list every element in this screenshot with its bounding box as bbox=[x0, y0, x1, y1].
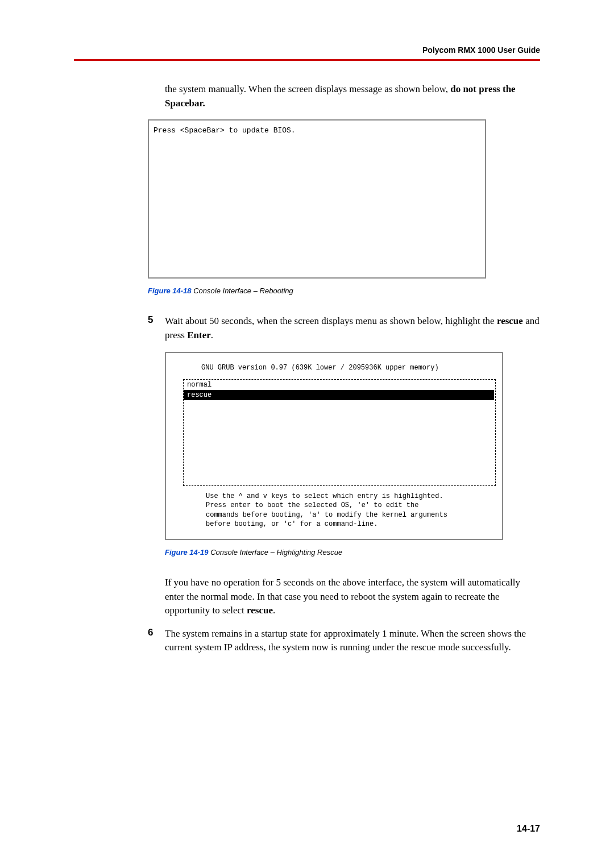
console-screenshot-2: GNU GRUB version 0.97 (639K lower / 2095… bbox=[165, 352, 503, 540]
step5-b1: rescue bbox=[497, 315, 523, 326]
step-6-text: The system remains in a startup state fo… bbox=[165, 627, 540, 655]
grub-item-normal: normal bbox=[184, 380, 495, 390]
grub-help-1: Use the ^ and v keys to select which ent… bbox=[206, 492, 493, 501]
step-5-number: 5 bbox=[148, 314, 165, 342]
after5-b1: rescue bbox=[247, 605, 273, 616]
figure-number-1: Figure 14-18 bbox=[148, 286, 192, 295]
grub-help-3: commands before booting, 'a' to modify t… bbox=[206, 510, 493, 520]
figure-caption-1: Figure 14-18 Console Interface – Rebooti… bbox=[148, 286, 540, 295]
intro-text: the system manually. When the screen dis… bbox=[165, 84, 450, 94]
page-number: 14-17 bbox=[517, 824, 540, 834]
step5-t1: Wait about 50 seconds, when the screen d… bbox=[165, 315, 497, 326]
step-6-row: 6 The system remains in a startup state … bbox=[148, 627, 540, 655]
grub-menu-box: normal rescue bbox=[183, 379, 496, 486]
figure-text-1: Console Interface – Rebooting bbox=[192, 286, 293, 295]
after5-t1: If you have no operation for 5 seconds o… bbox=[165, 577, 520, 616]
intro-paragraph: the system manually. When the screen dis… bbox=[165, 82, 540, 110]
grub-help-4: before booting, or 'c' for a command-lin… bbox=[206, 520, 493, 529]
figure-text-2: Console Interface – Highlighting Rescue bbox=[209, 548, 343, 556]
figure-caption-2: Figure 14-19 Console Interface – Highlig… bbox=[165, 548, 540, 556]
figure-number-2: Figure 14-19 bbox=[165, 548, 209, 556]
console-screenshot-1: Press <SpaceBar> to update BIOS. bbox=[148, 119, 486, 279]
grub-empty-area bbox=[184, 400, 495, 485]
step5-t3: . bbox=[211, 330, 213, 340]
grub-help-text: Use the ^ and v keys to select which ent… bbox=[175, 492, 493, 529]
bios-prompt-text: Press <SpaceBar> to update BIOS. bbox=[154, 126, 480, 135]
grub-title: GNU GRUB version 0.97 (639K lower / 2095… bbox=[175, 363, 493, 372]
page-header: Polycom RMX 1000 User Guide bbox=[74, 45, 540, 55]
after-step5-paragraph: If you have no operation for 5 seconds o… bbox=[165, 576, 540, 618]
step-6-number: 6 bbox=[148, 627, 165, 655]
step-5-row: 5 Wait about 50 seconds, when the screen… bbox=[148, 314, 540, 342]
grub-help-2: Press enter to boot the selected OS, 'e'… bbox=[206, 501, 493, 510]
grub-item-rescue: rescue bbox=[184, 390, 494, 400]
header-divider bbox=[74, 59, 540, 61]
step5-b2: Enter bbox=[187, 330, 211, 340]
step-5-text: Wait about 50 seconds, when the screen d… bbox=[165, 314, 540, 342]
after5-t2: . bbox=[273, 605, 275, 616]
